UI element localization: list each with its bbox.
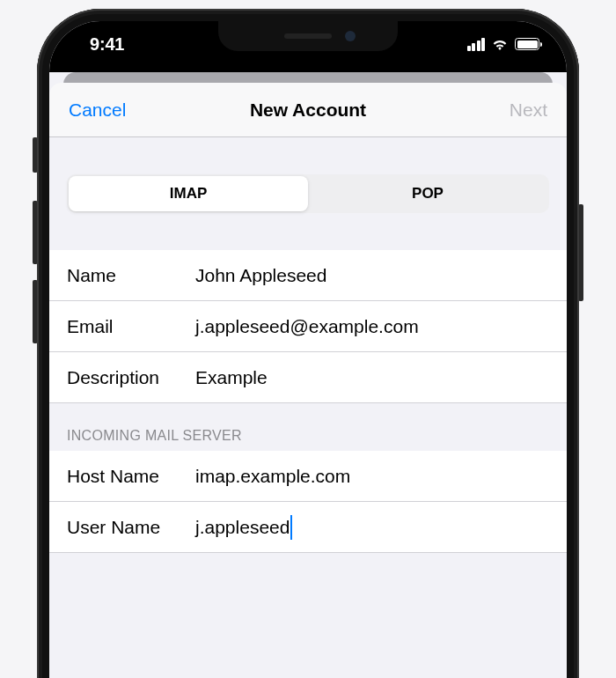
cancel-button[interactable]: Cancel xyxy=(69,99,126,121)
phone-frame: 9:41 Cancel xyxy=(37,9,579,678)
tab-pop[interactable]: POP xyxy=(308,176,547,211)
text-cursor xyxy=(290,515,292,540)
status-time: 9:41 xyxy=(74,34,124,55)
user-name-field[interactable]: j.appleseed xyxy=(195,515,549,540)
protocol-segmented-control-wrap: IMAP POP xyxy=(49,174,567,213)
user-name-row[interactable]: User Name j.appleseed xyxy=(49,502,567,553)
host-name-field[interactable]: imap.example.com xyxy=(195,466,549,487)
next-button[interactable]: Next xyxy=(510,99,547,121)
host-name-label: Host Name xyxy=(67,466,195,487)
tab-imap[interactable]: IMAP xyxy=(69,176,308,211)
navigation-bar: Cancel New Account Next xyxy=(49,83,567,137)
description-field[interactable]: Example xyxy=(195,367,549,388)
email-row[interactable]: Email j.appleseed@example.com xyxy=(49,301,567,352)
speaker-grille xyxy=(284,33,332,39)
user-name-value: j.appleseed xyxy=(195,517,290,538)
front-camera xyxy=(345,31,356,41)
email-label: Email xyxy=(67,316,195,337)
protocol-segmented-control: IMAP POP xyxy=(67,174,549,213)
name-row[interactable]: Name John Appleseed xyxy=(49,250,567,301)
cellular-signal-icon xyxy=(467,38,486,51)
section-gap xyxy=(49,213,567,250)
wifi-icon xyxy=(491,38,509,50)
description-row[interactable]: Description Example xyxy=(49,352,567,403)
battery-icon xyxy=(515,38,542,50)
incoming-server-header: INCOMING MAIL SERVER xyxy=(49,403,567,451)
section-gap xyxy=(49,137,567,174)
name-field[interactable]: John Appleseed xyxy=(195,265,549,286)
screen: 9:41 Cancel xyxy=(49,21,567,678)
host-name-row[interactable]: Host Name imap.example.com xyxy=(49,451,567,502)
notch xyxy=(218,21,398,51)
page-title: New Account xyxy=(250,99,366,121)
status-indicators xyxy=(467,38,543,51)
name-label: Name xyxy=(67,265,195,286)
email-field[interactable]: j.appleseed@example.com xyxy=(195,316,549,337)
user-name-label: User Name xyxy=(67,517,195,538)
description-label: Description xyxy=(67,367,195,388)
modal-sheet: Cancel New Account Next IMAP POP Name Jo… xyxy=(49,83,567,678)
background-sheet-top xyxy=(49,65,567,72)
